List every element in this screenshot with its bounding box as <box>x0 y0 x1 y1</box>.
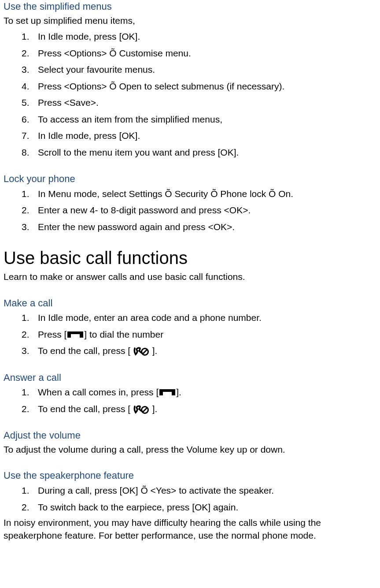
text-fragment: Press [ <box>38 329 66 339</box>
list-item: Press <Options> Õ Customise menu. <box>38 46 376 60</box>
list-item: Enter the new password again and press <… <box>38 220 376 234</box>
list-item: Press <Options> Õ Open to select submenu… <box>38 79 376 93</box>
list-simplified-menus: In Idle mode, press [OK]. Press <Options… <box>4 30 376 159</box>
list-item: Press [] to dial the number <box>38 327 376 342</box>
list-speakerphone: During a call, press [OK] Õ <Yes> to act… <box>4 484 376 514</box>
end-key-icon <box>133 404 150 414</box>
list-item: Scroll to the menu item you want and pre… <box>38 145 376 160</box>
list-item: Enter a new 4- to 8-digit password and p… <box>38 203 376 217</box>
list-item: To end the call, press [ ]. <box>38 344 376 358</box>
send-key-icon <box>66 331 84 339</box>
heading-answer-call: Answer a call <box>4 371 376 384</box>
list-item: During a call, press [OK] Õ <Yes> to act… <box>38 484 376 498</box>
text-fragment: When a call comes in, press [ <box>38 387 159 397</box>
list-make-call: In Idle mode, enter an area code and a p… <box>4 311 376 358</box>
text-fragment: ] to dial the number <box>84 329 163 339</box>
list-item: In Idle mode, enter an area code and a p… <box>38 311 376 325</box>
heading-make-call: Make a call <box>4 297 376 310</box>
text-fragment: To end the call, press [ <box>38 346 133 356</box>
list-item: Press <Save>. <box>38 96 376 110</box>
list-item: To end the call, press [ ]. <box>38 402 376 416</box>
heading-lock-phone: Lock your phone <box>4 172 376 186</box>
list-item: Select your favourite menus. <box>38 63 376 77</box>
text-fragment: ]. <box>150 404 158 414</box>
heading-adjust-volume: Adjust the volume <box>4 429 376 442</box>
list-item: In Idle mode, press [OK]. <box>38 30 376 44</box>
intro-basic-call: Learn to make or answer calls and use ba… <box>4 271 376 283</box>
text-fragment: ]. <box>150 346 158 356</box>
list-answer-call: When a call comes in, press []. To end t… <box>4 385 376 416</box>
list-item: To switch back to the earpiece, press [O… <box>38 500 376 514</box>
note-speakerphone: In noisy environment, you may have diffi… <box>4 517 376 542</box>
list-item: In Menu mode, select Settings Õ Security… <box>38 187 376 201</box>
svg-line-3 <box>143 408 147 412</box>
svg-line-1 <box>143 350 147 354</box>
list-item: To access an item from the simplified me… <box>38 112 376 127</box>
heading-speakerphone: Use the speakerphone feature <box>4 469 376 482</box>
list-item: In Idle mode, press [OK]. <box>38 129 376 143</box>
text-adjust-volume: To adjust the volume during a call, pres… <box>4 443 376 456</box>
end-key-icon <box>133 346 150 356</box>
text-fragment: ]. <box>176 387 181 397</box>
list-lock-phone: In Menu mode, select Settings Õ Security… <box>4 187 376 234</box>
heading-basic-call-functions: Use basic call functions <box>4 246 376 270</box>
heading-simplified-menus: Use the simplified menus <box>4 0 376 13</box>
intro-simplified-menus: To set up simplified menu items, <box>4 15 376 27</box>
send-key-icon <box>159 388 176 396</box>
text-fragment: To end the call, press [ <box>38 404 133 414</box>
list-item: When a call comes in, press []. <box>38 385 376 399</box>
